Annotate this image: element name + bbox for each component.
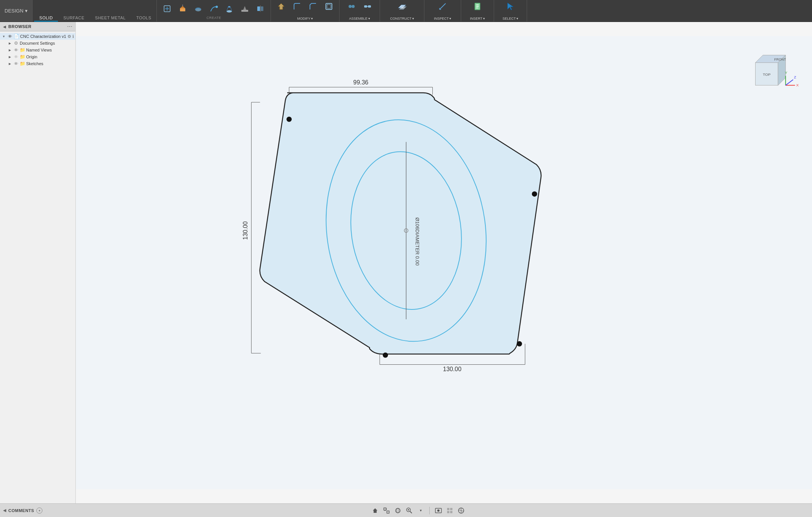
- insert-label: INSERT ▾: [470, 17, 485, 20]
- insert-dropdown-button[interactable]: INSERT ▾: [464, 14, 491, 22]
- new-component-icon: [162, 4, 172, 14]
- tab-sheet-metal[interactable]: SHEET METAL: [90, 14, 131, 22]
- zoom-dropdown-button[interactable]: ▾: [416, 506, 425, 515]
- comments-toggle-icon[interactable]: ◀: [3, 508, 6, 513]
- press-pull-button[interactable]: [274, 0, 288, 13]
- joint-button[interactable]: [344, 0, 359, 13]
- tab-tools[interactable]: TOOLS: [131, 14, 157, 22]
- select-btn[interactable]: [503, 0, 518, 13]
- new-component-button[interactable]: [160, 2, 174, 15]
- svg-rect-21: [364, 5, 367, 8]
- named-views-eye-icon: 👁: [13, 47, 19, 53]
- joint-icon: [347, 2, 357, 11]
- measure-button[interactable]: [435, 0, 450, 13]
- toolbar-group-create: CREATE: [157, 0, 271, 22]
- camera-home-button[interactable]: [371, 506, 379, 515]
- construct-dropdown-button[interactable]: CONSTRUCT ▾: [383, 14, 421, 22]
- modify-label: MODIFY ▾: [297, 17, 313, 20]
- grid-button[interactable]: [446, 506, 454, 515]
- browser-item-root[interactable]: ▼ 👁 📄 CNC Characterization v1 ⚙ ℹ: [0, 33, 75, 40]
- origin-folder-icon: 📁: [20, 54, 25, 59]
- assemble-label: ASSEMBLE ▾: [349, 17, 370, 20]
- svg-rect-3: [180, 8, 185, 11]
- assemble-dropdown-button[interactable]: ASSEMBLE ▾: [343, 14, 377, 22]
- bottom-left: ◀ COMMENTS ●: [3, 508, 42, 514]
- svg-rect-81: [450, 511, 452, 513]
- design-chevron: ▾: [25, 8, 28, 14]
- svg-text:X: X: [796, 83, 799, 87]
- svg-point-71: [397, 508, 399, 513]
- revolve-button[interactable]: [191, 2, 205, 15]
- select-dropdown-button[interactable]: SELECT ▾: [497, 14, 524, 22]
- comments-label: COMMENTS: [8, 508, 34, 513]
- fillet-button[interactable]: [290, 0, 304, 13]
- toolbar-group-modify: MODIFY ▾: [271, 0, 340, 22]
- web-button[interactable]: [253, 2, 268, 15]
- sketches-label: Sketches: [26, 61, 43, 66]
- origin-eye-icon: 👁: [13, 54, 19, 59]
- create-group-label: CREATE: [207, 16, 221, 20]
- origin-expand: ▶: [8, 55, 12, 59]
- environment-button[interactable]: [457, 506, 465, 515]
- svg-point-41: [405, 230, 407, 231]
- shell-button[interactable]: [322, 0, 336, 13]
- browser-item-named-views[interactable]: ▶ 👁 📁 Named Views: [0, 47, 75, 53]
- select-label: SELECT ▾: [502, 17, 518, 20]
- chamfer-icon: [308, 2, 318, 11]
- rib-button[interactable]: [238, 2, 252, 15]
- design-dropdown[interactable]: DESIGN ▾: [0, 0, 33, 22]
- offset-plane-button[interactable]: [395, 0, 409, 13]
- fit-to-window-button[interactable]: [382, 506, 391, 515]
- svg-point-70: [396, 508, 400, 513]
- svg-rect-67: [387, 511, 389, 513]
- svg-point-9: [228, 6, 230, 8]
- svg-point-7: [216, 6, 218, 8]
- svg-rect-79: [450, 508, 452, 510]
- browser-options-icon[interactable]: ⋯: [67, 23, 72, 30]
- browser-item-doc-settings[interactable]: ▶ ⚙ Document Settings: [0, 40, 75, 47]
- svg-marker-13: [243, 6, 246, 10]
- display-settings-button[interactable]: [434, 506, 443, 515]
- browser-item-origin[interactable]: ▶ 👁 📁 Origin: [0, 53, 75, 60]
- extrude-icon: [178, 4, 188, 14]
- root-info-icon[interactable]: ℹ: [72, 34, 74, 39]
- canvas-area: 99.36 130.00 130.00 Ø106DIAMETER 0.00: [76, 22, 812, 503]
- insert-derive-button[interactable]: [470, 0, 485, 13]
- tab-solid[interactable]: SOLID: [34, 14, 58, 22]
- extrude-button[interactable]: [175, 2, 190, 15]
- doc-settings-gear-icon: ⚙: [13, 41, 19, 46]
- chamfer-button[interactable]: [306, 0, 320, 13]
- loft-icon: [224, 4, 234, 14]
- insert-derive-icon: [472, 2, 482, 11]
- browser-header: ◀ BROWSER ⋯: [0, 22, 75, 31]
- revolve-icon: [193, 4, 203, 14]
- root-settings-icon[interactable]: ⚙: [67, 34, 71, 39]
- sketches-eye-icon: 👁: [13, 61, 19, 66]
- orbit-button[interactable]: [394, 506, 402, 515]
- shell-icon: [324, 2, 334, 11]
- motion-link-button[interactable]: [360, 0, 375, 13]
- inspect-dropdown-button[interactable]: INSPECT ▾: [427, 14, 458, 22]
- tab-surface[interactable]: SURFACE: [58, 14, 89, 22]
- construct-label: CONSTRUCT ▾: [390, 17, 414, 20]
- browser-item-sketches[interactable]: ▶ 👁 📁 Sketches: [0, 60, 75, 67]
- top-toolbar: DESIGN ▾ SOLID SURFACE SHEET METAL TOOLS: [0, 0, 812, 22]
- toolbar-group-insert: INSERT ▾: [461, 0, 494, 22]
- doc-settings-label: Document Settings: [20, 41, 55, 45]
- comments-circle-icon[interactable]: ●: [36, 508, 42, 514]
- svg-rect-12: [241, 10, 248, 12]
- svg-text:Y: Y: [785, 70, 787, 75]
- svg-rect-80: [447, 511, 449, 513]
- svg-point-34: [383, 353, 388, 358]
- toolbar-group-assemble: ASSEMBLE ▾: [340, 0, 380, 22]
- svg-marker-4: [180, 6, 185, 8]
- viewport[interactable]: 99.36 130.00 130.00 Ø106DIAMETER 0.00: [76, 22, 812, 503]
- sweep-button[interactable]: [207, 2, 221, 15]
- zoom-button[interactable]: [405, 506, 413, 515]
- root-label: CNC Characterization v1: [20, 34, 66, 39]
- loft-button[interactable]: [222, 2, 236, 15]
- modify-dropdown-button[interactable]: MODIFY ▾: [290, 14, 320, 22]
- design-label: DESIGN: [5, 8, 23, 14]
- browser-collapse-arrow[interactable]: ◀: [3, 25, 6, 29]
- sketch-svg: 99.36 130.00 130.00 Ø106DIAMETER 0.00: [76, 22, 812, 503]
